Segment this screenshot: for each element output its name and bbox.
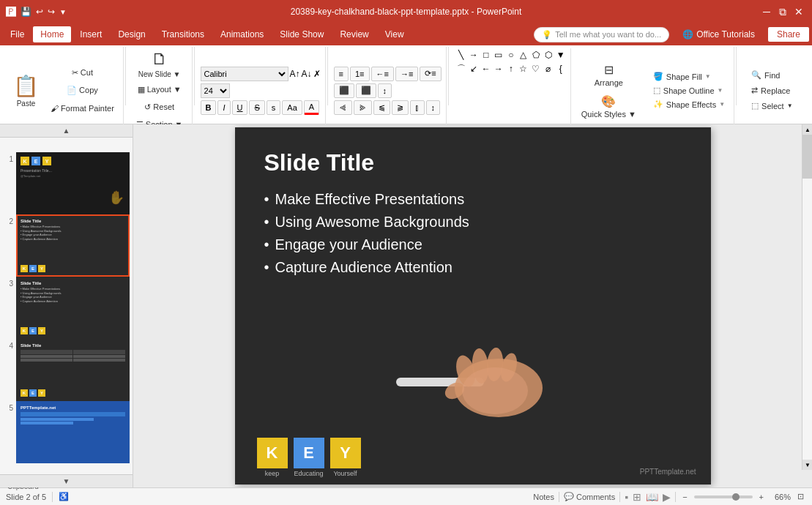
undo-icon[interactable]: ↩ — [36, 7, 43, 17]
scroll-up-button[interactable]: ▲ — [802, 124, 812, 135]
col-right-button[interactable]: ⬛ — [356, 83, 376, 98]
format-painter-button[interactable]: 🖌 Format Painter — [46, 100, 119, 116]
shape-more[interactable]: ▼ — [554, 48, 567, 61]
shape-arrow[interactable]: → — [467, 48, 480, 61]
scroll-thumb[interactable] — [802, 135, 812, 179]
shape-pentagon[interactable]: ⬠ — [529, 48, 543, 61]
slideshow-button[interactable]: ▶ — [663, 491, 671, 503]
menu-animations[interactable]: Animations — [213, 26, 271, 42]
normal-view-button[interactable]: ▪ — [625, 491, 628, 503]
minimize-button[interactable]: ─ — [759, 4, 774, 19]
menu-view[interactable]: View — [378, 26, 411, 42]
shape-fill-button[interactable]: 🪣 Shape Fill ▼ — [649, 70, 729, 83]
layout-button[interactable]: ▦ Layout ▼ — [132, 81, 187, 97]
new-slide-button[interactable]: 🗋New Slide ▼ — [132, 48, 187, 80]
italic-button[interactable]: I — [217, 100, 230, 115]
slide-thumb-2[interactable]: Slide Title • Make Effective Presentatio… — [16, 214, 130, 277]
smart-art-button[interactable]: ⟳≡ — [420, 67, 441, 81]
shape-effects-button[interactable]: ✨ Shape Effects ▼ — [649, 98, 729, 111]
reset-button[interactable]: ↺ Reset — [132, 99, 187, 115]
shape-up[interactable]: ↑ — [504, 62, 518, 75]
columns-button[interactable]: ⫿ — [410, 100, 425, 115]
find-button[interactable]: 🔍 Find — [747, 68, 797, 82]
zoom-handle[interactable] — [732, 493, 740, 501]
tell-me-box[interactable]: 💡 Tell me what you want to do... — [534, 27, 669, 42]
align-center-button[interactable]: ⫸ — [354, 100, 372, 115]
paste-button[interactable]: 📋Paste — [7, 71, 45, 111]
text-shadow-button[interactable]: s — [267, 100, 281, 115]
bullets-button[interactable]: ≡ — [334, 67, 349, 81]
share-button[interactable]: Share — [768, 27, 809, 42]
shape-star[interactable]: ☆ — [517, 62, 530, 75]
panel-scroll-down-button[interactable]: ▼ — [0, 474, 133, 487]
font-family-select[interactable]: Calibri — [201, 67, 288, 81]
text-dir-button[interactable]: ↕ — [378, 83, 392, 98]
shape-heart[interactable]: ♡ — [529, 62, 543, 75]
menu-review[interactable]: Review — [332, 26, 376, 42]
menu-home[interactable]: Home — [33, 26, 71, 42]
align-right-button[interactable]: ⫹ — [373, 100, 390, 115]
customize-icon[interactable]: ▼ — [59, 8, 67, 16]
shape-curve[interactable]: ⌒ — [455, 62, 468, 75]
clear-format-button[interactable]: ✗ — [313, 69, 321, 79]
font-grow-button[interactable]: A↑ — [290, 69, 300, 79]
office-tutorials-link[interactable]: 🌐 Office Tutorials — [675, 26, 762, 42]
slide-thumb-5[interactable]: PPTTemplate.net — [16, 401, 130, 463]
scroll-down-button[interactable]: ▼ — [802, 460, 812, 470]
strikethrough-button[interactable]: S — [249, 100, 264, 115]
reading-view-button[interactable]: 📖 — [646, 491, 658, 503]
arrange-button[interactable]: ⊟ Arrange — [589, 60, 629, 90]
quick-styles-button[interactable]: 🎨 Quick Styles ▼ — [576, 91, 642, 121]
change-case-button[interactable]: Aa — [282, 100, 302, 115]
underline-button[interactable]: U — [232, 100, 248, 115]
notes-button[interactable]: Notes — [533, 493, 554, 501]
zoom-out-button[interactable]: − — [680, 493, 689, 501]
shape-rect[interactable]: □ — [480, 48, 493, 61]
zoom-slider[interactable] — [694, 495, 753, 498]
zoom-in-button[interactable]: + — [757, 493, 766, 501]
close-button[interactable]: ✕ — [791, 4, 806, 19]
menu-file[interactable]: File — [3, 26, 31, 42]
line-spacing-button[interactable]: ↕ — [426, 100, 441, 115]
zoom-level[interactable]: 66% — [770, 493, 791, 501]
justify-button[interactable]: ⫺ — [392, 100, 409, 115]
shape-outline-button[interactable]: ⬚ Shape Outline ▼ — [649, 84, 729, 97]
redo-icon[interactable]: ↪ — [48, 7, 55, 17]
shape-line[interactable]: ╲ — [455, 48, 468, 61]
font-shrink-button[interactable]: A↓ — [302, 69, 312, 79]
shape-circle[interactable]: ○ — [504, 48, 518, 61]
menu-transitions[interactable]: Transitions — [154, 26, 212, 42]
slide-thumb-1[interactable]: K E Y Presentation Title... @Template.ne… — [16, 152, 130, 214]
replace-button[interactable]: ⇄ Replace — [747, 83, 797, 97]
shape-hex[interactable]: ⬡ — [542, 48, 555, 61]
copy-button[interactable]: 📄 Copy — [46, 83, 119, 99]
slide-sorter-button[interactable]: ⊞ — [633, 491, 641, 503]
shape-bend[interactable]: ↙ — [467, 62, 480, 75]
slide-thumb-3[interactable]: Slide Title • Make Effective Presentatio… — [16, 277, 130, 339]
panel-scroll-up-button[interactable]: ▲ — [0, 124, 133, 138]
comments-button[interactable]: 💬 Comments — [564, 492, 615, 501]
font-color-button[interactable]: A — [304, 100, 319, 115]
font-size-select[interactable]: 24 — [201, 83, 230, 98]
menu-slideshow[interactable]: Slide Show — [272, 26, 331, 42]
restore-button[interactable]: ⧉ — [775, 4, 790, 19]
menu-insert[interactable]: Insert — [72, 26, 109, 42]
shape-custom1[interactable]: ⌀ — [542, 62, 555, 75]
numbering-button[interactable]: 1≡ — [350, 67, 370, 81]
col-left-button[interactable]: ⬛ — [334, 83, 354, 98]
save-icon[interactable]: 💾 — [21, 7, 31, 17]
menu-design[interactable]: Design — [111, 26, 152, 42]
fit-to-window-button[interactable]: ⊡ — [795, 492, 806, 501]
select-button[interactable]: ⬚ Select ▼ — [747, 99, 797, 113]
slide-thumb-4[interactable]: Slide Title K E Y — [16, 339, 130, 401]
shape-roundrect[interactable]: ▭ — [492, 48, 505, 61]
bold-button[interactable]: B — [201, 100, 217, 115]
decrease-indent-button[interactable]: ←≡ — [371, 67, 394, 81]
shape-right[interactable]: → — [492, 62, 505, 75]
shape-left[interactable]: ← — [480, 62, 493, 75]
align-left-button[interactable]: ⫷ — [334, 100, 352, 115]
increase-indent-button[interactable]: →≡ — [395, 67, 418, 81]
shape-triangle[interactable]: △ — [517, 48, 530, 61]
shape-custom2[interactable]: { — [554, 62, 567, 75]
slide-canvas[interactable]: Slide Title • Make Effective Presentatio… — [235, 127, 711, 485]
